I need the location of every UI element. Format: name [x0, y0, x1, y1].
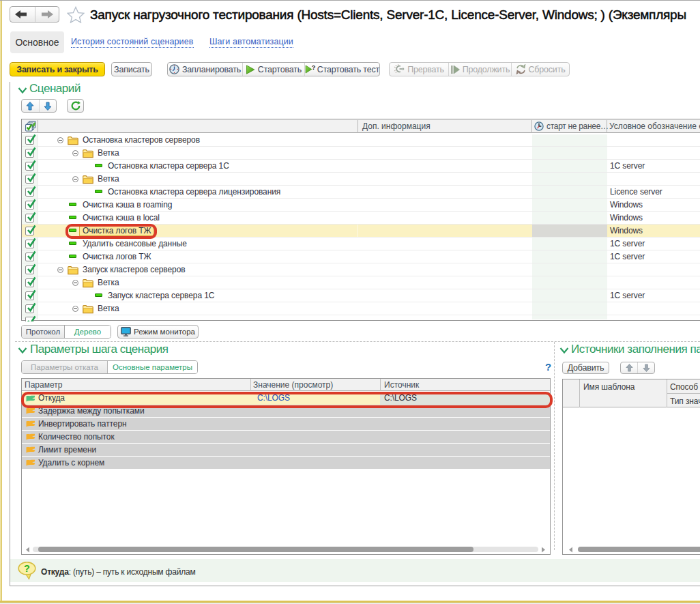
svg-text:?: ? — [312, 64, 316, 71]
svg-text:?: ? — [24, 563, 30, 574]
